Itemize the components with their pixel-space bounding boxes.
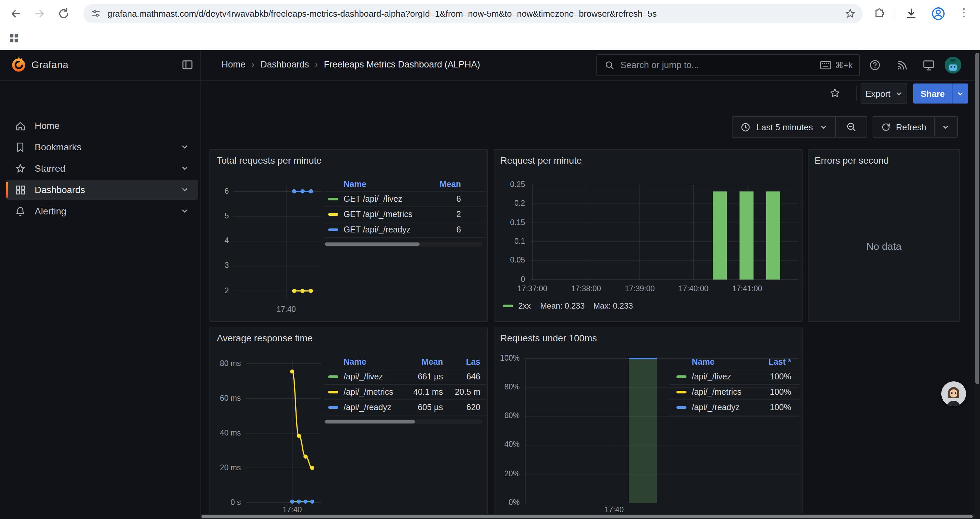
table-row[interactable]: GET /api/_/metrics 2 bbox=[324, 207, 486, 222]
download-icon[interactable] bbox=[905, 7, 917, 19]
time-range-picker[interactable]: Last 5 minutes bbox=[732, 116, 867, 137]
refresh-interval-chevron[interactable] bbox=[934, 123, 957, 131]
display-icon[interactable] bbox=[923, 59, 935, 71]
column-header-name[interactable]: Name bbox=[692, 357, 752, 367]
x-axis-tick: 17:40 bbox=[266, 305, 306, 313]
active-indicator bbox=[6, 182, 8, 198]
column-header-name[interactable]: Name bbox=[344, 357, 402, 367]
refresh-label: Refresh bbox=[896, 122, 926, 132]
star-button[interactable] bbox=[829, 88, 841, 99]
sidebar-item-home[interactable]: Home bbox=[6, 115, 198, 136]
y-axis-tick: 60% bbox=[496, 412, 520, 420]
legend-table: Name Mean Las /api/_/livez 661 µs 646 /a… bbox=[324, 355, 486, 415]
chevron-down-icon[interactable] bbox=[181, 143, 189, 151]
breadcrumb-separator: › bbox=[245, 59, 261, 69]
panel-errors: Errors per second No data bbox=[808, 149, 960, 322]
table-row[interactable]: /api/_/livez 661 µs 646 bbox=[324, 369, 486, 385]
share-chevron[interactable] bbox=[952, 83, 968, 104]
sidebar-item-dashboards[interactable]: Dashboards bbox=[6, 180, 198, 200]
zoom-out-button[interactable] bbox=[835, 121, 867, 132]
y-axis-tick: 0% bbox=[496, 498, 520, 506]
apps-grid-icon[interactable] bbox=[9, 33, 19, 43]
table-row[interactable]: /api/_/livez 100% bbox=[669, 369, 800, 385]
y-axis-tick: 20% bbox=[496, 469, 520, 477]
x-axis-tick: 17:39:00 bbox=[620, 284, 660, 292]
sidebar-item-label: Dashboards bbox=[35, 184, 85, 195]
table-row[interactable]: /api/_/readyz 605 µs 620 bbox=[324, 400, 486, 415]
chart-legend[interactable]: 2xx Mean: 0.233 Max: 0.233 bbox=[503, 301, 633, 311]
series-value: 100% bbox=[752, 372, 791, 382]
column-header-last[interactable]: Las bbox=[443, 357, 480, 367]
chevron-down-icon[interactable] bbox=[181, 207, 189, 215]
search-icon bbox=[605, 60, 614, 70]
page-scrollbar-horizontal[interactable] bbox=[200, 514, 975, 519]
legend-table: Name Last * /api/_/livez 100% /api/_/met… bbox=[669, 355, 800, 415]
bookmark-star-icon[interactable] bbox=[845, 8, 856, 19]
legend-mean: Mean: 0.233 bbox=[540, 301, 584, 311]
share-button[interactable]: Share bbox=[913, 83, 968, 104]
y-axis-tick: 0.05 bbox=[494, 256, 525, 264]
user-avatar[interactable] bbox=[945, 57, 961, 73]
breadcrumb-dashboards[interactable]: Dashboards bbox=[261, 59, 309, 69]
table-row[interactable]: /api/_/readyz 100% bbox=[669, 400, 800, 415]
refresh-button[interactable]: Refresh bbox=[873, 116, 958, 137]
column-header-mean[interactable]: Mean bbox=[421, 180, 461, 189]
reload-icon[interactable] bbox=[57, 7, 70, 20]
column-header-mean[interactable]: Mean bbox=[402, 357, 443, 367]
export-button[interactable]: Export bbox=[861, 83, 907, 104]
y-axis-tick: 40% bbox=[496, 441, 520, 449]
sidebar-item-label: Home bbox=[35, 120, 60, 131]
column-header-last[interactable]: Last * bbox=[752, 357, 791, 367]
brand-name[interactable]: Grafana bbox=[31, 59, 68, 70]
sidebar-item-label: Alerting bbox=[35, 206, 66, 216]
series-last: 20.5 m bbox=[443, 387, 480, 397]
y-axis-tick: 0.1 bbox=[494, 237, 525, 245]
series-name: GET /api/_/readyz bbox=[344, 225, 421, 235]
chevron-down-icon[interactable] bbox=[181, 164, 189, 172]
series-name: /api/_/readyz bbox=[344, 403, 402, 412]
news-icon[interactable] bbox=[896, 59, 907, 71]
sidebar-item-bookmarks[interactable]: Bookmarks bbox=[6, 137, 198, 157]
series-value: 2 bbox=[421, 210, 461, 219]
page-scrollbar-vertical[interactable] bbox=[975, 50, 980, 519]
keyboard-icon bbox=[820, 61, 831, 69]
back-icon[interactable] bbox=[10, 7, 22, 20]
sidebar-item-alerting[interactable]: Alerting bbox=[6, 201, 198, 221]
y-axis-tick: 5 bbox=[212, 212, 229, 220]
table-row[interactable]: GET /api/_/livez 6 bbox=[324, 192, 486, 207]
panel-title[interactable]: Errors per second bbox=[815, 155, 889, 166]
series-swatch bbox=[328, 213, 338, 216]
browser-menu-icon[interactable]: ⋮ bbox=[959, 6, 969, 19]
series-swatch bbox=[676, 406, 686, 409]
sidebar-item-starred[interactable]: Starred bbox=[6, 158, 198, 178]
panel-under-100ms: Requests under 100ms 100% 80% 60% 40% 20… bbox=[494, 327, 803, 519]
table-scrollbar[interactable] bbox=[324, 420, 482, 424]
chevron-down-icon[interactable] bbox=[181, 186, 189, 194]
series-value: 6 bbox=[421, 194, 461, 204]
series-swatch bbox=[328, 391, 338, 394]
column-header-name[interactable]: Name bbox=[344, 180, 421, 189]
actions-divider bbox=[856, 86, 857, 101]
bell-icon bbox=[15, 205, 26, 217]
y-axis-tick: 3 bbox=[212, 262, 229, 270]
assistant-avatar[interactable] bbox=[941, 382, 966, 406]
forward-icon[interactable] bbox=[33, 7, 46, 20]
breadcrumb-current[interactable]: Freeleaps Metrics Dashboard (ALPHA) bbox=[324, 59, 480, 69]
table-scrollbar[interactable] bbox=[324, 242, 482, 246]
time-range-label: Last 5 minutes bbox=[757, 122, 813, 132]
bookmark-icon bbox=[15, 141, 26, 153]
series-mean: 605 µs bbox=[402, 403, 443, 412]
url-text[interactable]: grafana.mathmast.com/d/deytv4rwavabkb/fr… bbox=[107, 9, 657, 19]
table-row[interactable]: /api/_/metrics 100% bbox=[669, 385, 800, 400]
grafana-logo[interactable] bbox=[10, 56, 27, 73]
url-bar[interactable]: grafana.mathmast.com/d/deytv4rwavabkb/fr… bbox=[83, 4, 862, 23]
profile-icon[interactable] bbox=[931, 7, 945, 21]
extensions-icon[interactable] bbox=[873, 7, 885, 19]
sidebar-toggle-icon[interactable] bbox=[181, 59, 194, 71]
table-row[interactable]: /api/_/metrics 40.1 ms 20.5 m bbox=[324, 385, 486, 400]
search-box[interactable]: Search or jump to... ⌘+k bbox=[597, 54, 860, 76]
tune-icon[interactable] bbox=[91, 9, 101, 19]
help-icon[interactable] bbox=[869, 59, 881, 71]
breadcrumb-home[interactable]: Home bbox=[221, 59, 245, 69]
table-row[interactable]: GET /api/_/readyz 6 bbox=[324, 222, 486, 238]
